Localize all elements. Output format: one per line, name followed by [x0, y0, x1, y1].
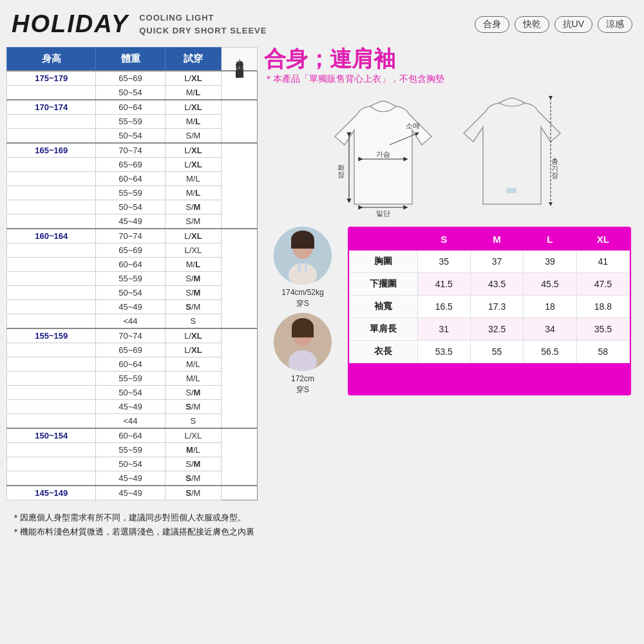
- height-cell: 145~149: [7, 486, 96, 500]
- header: HOLIDAY COOLING LIGHT QUICK DRY SHORT SL…: [6, 6, 638, 42]
- weight-cell: 55~59: [96, 186, 165, 200]
- size-chart-row-label: 袖寬: [350, 296, 418, 318]
- size-cell: S/M: [165, 471, 222, 486]
- size-cell: S/M: [165, 486, 222, 500]
- size-cell: S/M: [165, 300, 222, 314]
- size-cell: L/XL: [165, 328, 222, 343]
- size-cell: L/XL: [165, 229, 222, 243]
- table-row: 150~15460~64L/XL: [7, 428, 258, 443]
- height-cell: [7, 214, 96, 229]
- height-cell: [7, 158, 96, 172]
- table-row: 55~59M/L: [7, 443, 258, 457]
- height-cell: [7, 372, 96, 386]
- size-cell: M/L: [165, 357, 222, 372]
- svg-text:소매: 소매: [406, 122, 420, 129]
- model-2-photo: 172cm 穿S: [264, 313, 341, 395]
- weight-cell: 45~49: [96, 400, 165, 414]
- height-cell: [7, 343, 96, 357]
- height-cell: [7, 357, 96, 372]
- table-row: 65~69L/XL: [7, 243, 258, 258]
- size-chart-cell: 53.5: [417, 341, 470, 363]
- size-chart-cell: 18: [524, 296, 576, 318]
- svg-rect-21: [292, 327, 314, 337]
- table-row: 65~69L/XL: [7, 343, 258, 357]
- weight-cell: 65~69: [96, 158, 165, 172]
- size-chart-cell: 37: [470, 251, 523, 273]
- bottom-section: 174cm/52kg 穿S: [264, 227, 631, 395]
- size-chart-cell: 16.5: [417, 296, 470, 318]
- weight-cell: 50~54: [96, 386, 165, 400]
- weight-cell: 45~49: [96, 300, 165, 314]
- height-cell: [7, 172, 96, 186]
- table-row: 45~49S/M: [7, 471, 258, 486]
- col-size: 試穿: [165, 48, 222, 71]
- size-chart-row-label: 衣長: [350, 341, 418, 363]
- size-cell: L/XL: [165, 100, 222, 115]
- weight-cell: 55~59: [96, 443, 165, 457]
- size-chart-row-label: 下擺圍: [350, 273, 418, 296]
- size-chart-row: 衣長53.55556.558: [350, 341, 630, 363]
- height-cell: [7, 86, 96, 100]
- table-row: 165~16970~74L/XL: [7, 143, 258, 158]
- weight-cell: 65~69: [96, 243, 165, 258]
- height-cell: [7, 286, 96, 300]
- height-cell: [7, 314, 96, 329]
- table-row: 50~54S/M: [7, 286, 258, 300]
- size-cell: S/M: [165, 214, 222, 229]
- size-cell: M/L: [165, 115, 222, 129]
- model-2-circle: [274, 313, 332, 371]
- size-chart-row-label: 單肩長: [350, 318, 418, 341]
- svg-rect-17: [305, 263, 307, 272]
- table-row: <44S: [7, 414, 258, 429]
- front-diagram: 가슴 화장 소매 밑단: [322, 95, 444, 217]
- size-cell: S/M: [165, 386, 222, 400]
- height-cell: [7, 400, 96, 414]
- tag-item: 涼感: [598, 16, 632, 33]
- table-row: 65~69L/XL: [7, 158, 258, 172]
- height-cell: [7, 443, 96, 457]
- size-chart-cell: 41: [576, 251, 629, 273]
- weight-cell: 50~54: [96, 457, 165, 471]
- svg-text:가슴: 가슴: [376, 150, 390, 158]
- table-row: 55~59M/L: [7, 115, 258, 129]
- table-row: 60~64M/L: [7, 258, 258, 272]
- subtitle-line2: QUICK DRY SHORT SLEEVE: [139, 24, 267, 37]
- height-cell: [7, 243, 96, 258]
- col-note: 粗體尺寸：該身型區間選購人數比例較多: [222, 48, 258, 71]
- height-cell: [7, 414, 96, 429]
- size-chart-cell: 35: [417, 251, 470, 273]
- height-cell: [7, 386, 96, 400]
- weight-cell: 65~69: [96, 71, 165, 86]
- tag-item: 合身: [475, 16, 509, 33]
- table-row: 60~64M/L: [7, 357, 258, 372]
- weight-cell: 70~74: [96, 328, 165, 343]
- size-cell: S: [165, 414, 222, 429]
- table-row: 45~49S/M: [7, 400, 258, 414]
- size-cell: L/XL: [165, 143, 222, 158]
- svg-text:화장: 화장: [337, 159, 345, 178]
- footer-note2: ＊機能布料淺色材質微透，若選購淺色，建議搭配接近膚色之內裏: [12, 525, 632, 539]
- size-chart-cell: 35.5: [576, 318, 629, 341]
- back-garment-svg: 총기장: [451, 91, 573, 220]
- svg-rect-10: [506, 188, 516, 193]
- size-cell: M/L: [165, 443, 222, 457]
- size-cell: M/L: [165, 186, 222, 200]
- size-chart-size-header: XL: [576, 229, 629, 251]
- size-cell: M/L: [165, 172, 222, 186]
- table-row: 160~16470~74L/XL: [7, 229, 258, 243]
- fit-note: ＊本產品「單獨販售背心上衣」，不包含胸墊: [264, 73, 631, 85]
- weight-cell: 65~69: [96, 343, 165, 357]
- size-chart-cell: 56.5: [524, 341, 576, 363]
- svg-text:총기장: 총기장: [551, 153, 559, 179]
- size-cell: S/M: [165, 400, 222, 414]
- model-photos: 174cm/52kg 穿S: [264, 227, 341, 395]
- size-chart-row: 下擺圍41.543.545.547.5: [350, 273, 630, 296]
- size-chart-size-header: S: [417, 229, 470, 251]
- weight-cell: 60~64: [96, 172, 165, 186]
- weight-cell: 55~59: [96, 372, 165, 386]
- height-cell: [7, 457, 96, 471]
- size-chart-cell: 47.5: [576, 273, 629, 296]
- footer-note1: ＊因應個人身型需求有所不同，建議同步對照個人衣服或身型。: [12, 511, 632, 525]
- front-garment-svg: 가슴 화장 소매 밑단: [322, 95, 444, 217]
- fit-note-text: ＊本產品「單獨販售背心上衣」，不包含胸墊: [264, 73, 444, 84]
